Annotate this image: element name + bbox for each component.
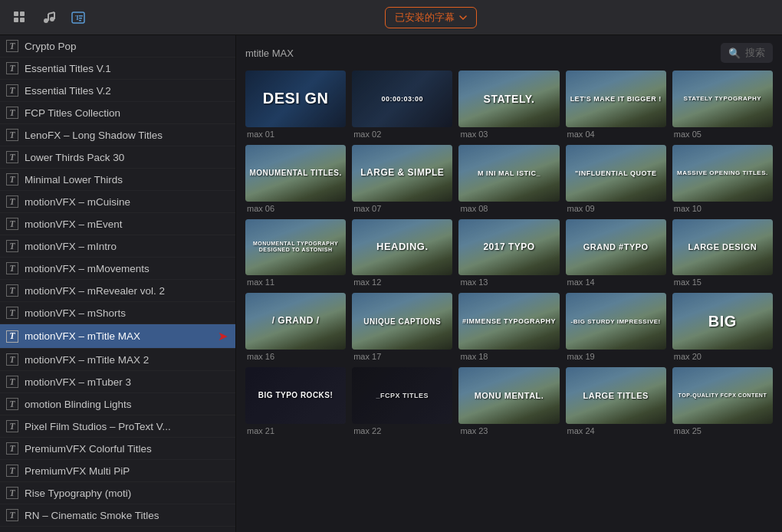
- content-area: mtitle MAX 🔍 搜索 DESI GNmax 0100:00:03:00…: [236, 35, 782, 532]
- sidebar-item-label: motionVFX – mEvent: [25, 218, 123, 230]
- grid-label-24: max 25: [672, 426, 773, 435]
- toolbar-icons: T: [9, 7, 89, 28]
- grid-item-8[interactable]: "INFLUENTIAL QUOTEmax 09: [566, 145, 666, 213]
- installed-dropdown[interactable]: 已安装的字幕: [385, 7, 477, 28]
- grid-label-7: max 08: [458, 204, 559, 213]
- sidebar-item-label: Crypto Pop: [25, 41, 77, 52]
- grid-item-13[interactable]: GRAND #TYPOmax 14: [566, 219, 666, 287]
- sidebar-item-16[interactable]: Tomotion Blinding Lights: [0, 393, 235, 415]
- grid-thumb-1: 00:00:03:00: [352, 71, 452, 127]
- sidebar-item-label: motionVFX – mRevealer vol. 2: [25, 285, 165, 297]
- sidebar-item-8[interactable]: TmotionVFX – mEvent: [0, 213, 235, 235]
- thumb-text-18: -BIG STURDY IMPRESSIVE!: [566, 316, 666, 327]
- grid-thumb-19: BIG: [672, 293, 773, 350]
- sidebar-item-label: motionVFX – mCuisine: [25, 196, 130, 208]
- grid-thumb-6: LARGE & SIMPLE: [352, 145, 452, 202]
- toolbar-icon-music[interactable]: [38, 7, 60, 28]
- grid-item-21[interactable]: _FCPX TITLESmax 22: [352, 367, 452, 435]
- sidebar-item-label: motionVFX – mShorts: [25, 307, 126, 319]
- grid-item-16[interactable]: UNIQUE CAPTIONSmax 17: [352, 293, 452, 361]
- sidebar-item-4[interactable]: TLenoFX – Long Shadow Titles: [0, 124, 235, 146]
- grid-thumb-23: LARGE TITLES: [566, 367, 666, 424]
- sidebar-item-12[interactable]: TmotionVFX – mShorts: [0, 302, 235, 324]
- grid-item-23[interactable]: LARGE TITLESmax 24: [566, 367, 666, 435]
- grid-item-17[interactable]: #IMMENSE TYPOGRAPHYmax 18: [458, 293, 559, 361]
- sidebar-item-0[interactable]: TCrypto Pop: [0, 35, 235, 57]
- grid-thumb-22: MONU MENTAL.: [458, 367, 559, 424]
- grid-label-8: max 09: [566, 204, 666, 213]
- sidebar-item-3[interactable]: TFCP Titles Collection: [0, 102, 235, 124]
- thumb-text-24: TOP-QUALITY FCPX CONTENT: [672, 390, 773, 401]
- grid-item-3[interactable]: LET'S MAKE IT BIGGER !max 04: [566, 71, 666, 139]
- sidebar-item-label: motionVFX – mTitle MAX 2: [25, 354, 149, 366]
- toolbar-icon-text[interactable]: T: [67, 7, 89, 28]
- sidebar-item-label: Essential Titles V.2: [25, 85, 111, 97]
- title-icon: T: [6, 420, 18, 432]
- grid-thumb-11: HEADING.: [352, 219, 452, 276]
- grid-item-5[interactable]: MONUMENTAL TITLES.max 06: [245, 145, 346, 213]
- title-icon: T: [6, 307, 18, 319]
- grid-label-15: max 16: [245, 352, 346, 361]
- sidebar-item-label: motionVFX – mTuber 3: [25, 376, 131, 388]
- title-icon: T: [6, 40, 18, 52]
- grid-thumb-8: "INFLUENTIAL QUOTE: [566, 145, 666, 202]
- sidebar-item-15[interactable]: TmotionVFX – mTuber 3: [0, 371, 235, 393]
- sidebar-item-10[interactable]: TmotionVFX – mMovements: [0, 258, 235, 280]
- sidebar-item-21[interactable]: TRN – Cinematic Smoke Titles: [0, 504, 235, 527]
- sidebar-item-7[interactable]: TmotionVFX – mCuisine: [0, 191, 235, 213]
- thumb-text-4: STATELY TYPOGRAPHY: [672, 93, 773, 104]
- section-title: mtitle MAX: [245, 48, 294, 59]
- sidebar-item-1[interactable]: TEssential Titles V.1: [0, 57, 235, 80]
- grid-thumb-7: M INI MAL ISTIC_: [458, 145, 559, 202]
- toolbar-icon-grid[interactable]: [9, 7, 31, 28]
- sidebar-item-19[interactable]: TPremiumVFX Multi PiP: [0, 460, 235, 482]
- thumb-text-5: MONUMENTAL TITLES.: [245, 166, 346, 180]
- grid-item-11[interactable]: HEADING.max 12: [352, 219, 452, 287]
- grid-label-0: max 01: [245, 130, 346, 139]
- sidebar-item-2[interactable]: TEssential Titles V.2: [0, 80, 235, 102]
- title-icon: T: [6, 195, 18, 208]
- grid-item-1[interactable]: 00:00:03:00max 02: [352, 71, 452, 139]
- svg-rect-2: [14, 18, 18, 22]
- sidebar-item-label: motionVFX – mMovements: [25, 263, 150, 274]
- sidebar-item-label: PremiumVFX Colorful Titles: [25, 443, 152, 455]
- grid-item-4[interactable]: STATELY TYPOGRAPHYmax 05: [672, 71, 773, 139]
- grid-label-20: max 21: [245, 426, 346, 435]
- sidebar-item-11[interactable]: TmotionVFX – mRevealer vol. 2: [0, 280, 235, 302]
- grid-item-10[interactable]: MONUMENTAL TYPOGRAPHY DESIGNED TO ASTONI…: [245, 219, 346, 287]
- grid-label-14: max 15: [672, 277, 773, 287]
- svg-line-8: [48, 12, 54, 14]
- grid-item-14[interactable]: LARGE DESIGNmax 15: [672, 219, 773, 287]
- title-icon: T: [6, 107, 18, 119]
- sidebar-item-18[interactable]: TPremiumVFX Colorful Titles: [0, 438, 235, 460]
- thumb-text-17: #IMMENSE TYPOGRAPHY: [458, 315, 559, 327]
- grid-label-12: max 13: [458, 277, 559, 287]
- grid-item-6[interactable]: LARGE & SIMPLEmax 07: [352, 145, 452, 213]
- title-icon: T: [6, 442, 18, 455]
- grid-item-18[interactable]: -BIG STURDY IMPRESSIVE!max 19: [566, 293, 666, 361]
- grid-thumb-18: -BIG STURDY IMPRESSIVE!: [566, 293, 666, 350]
- sidebar-item-5[interactable]: TLower Thirds Pack 30: [0, 146, 235, 169]
- search-box[interactable]: 🔍 搜索: [721, 43, 773, 63]
- grid-item-24[interactable]: TOP-QUALITY FCPX CONTENTmax 25: [672, 367, 773, 435]
- sidebar-item-20[interactable]: TRise Typography (moti): [0, 482, 235, 504]
- grid-item-12[interactable]: 2017 TYPOmax 13: [458, 219, 559, 287]
- thumb-text-7: M INI MAL ISTIC_: [458, 167, 559, 179]
- grid-item-9[interactable]: MASSIVE OPENING TITLES.max 10: [672, 145, 773, 213]
- sidebar-item-13[interactable]: TmotionVFX – mTitle MAX➤: [0, 324, 235, 349]
- title-icon: T: [6, 398, 18, 410]
- sidebar-item-14[interactable]: TmotionVFX – mTitle MAX 2: [0, 349, 235, 371]
- grid-thumb-13: GRAND #TYPO: [566, 219, 666, 276]
- grid-item-22[interactable]: MONU MENTAL.max 23: [458, 367, 559, 435]
- thumb-text-10: MONUMENTAL TYPOGRAPHY DESIGNED TO ASTONI…: [245, 238, 346, 255]
- sidebar-item-6[interactable]: TMinimal Lower Thirds: [0, 169, 235, 191]
- grid-item-15[interactable]: / GRAND /max 16: [245, 293, 346, 361]
- grid-item-7[interactable]: M INI MAL ISTIC_max 08: [458, 145, 559, 213]
- grid-item-0[interactable]: DESI GNmax 01: [245, 71, 346, 139]
- sidebar-item-17[interactable]: TPixel Film Studios – ProText V...: [0, 415, 235, 438]
- grid-item-19[interactable]: BIGmax 20: [672, 293, 773, 361]
- title-icon: T: [6, 173, 18, 186]
- sidebar-item-9[interactable]: TmotionVFX – mIntro: [0, 235, 235, 258]
- grid-item-20[interactable]: BIG TYPO ROCKS!max 21: [245, 367, 346, 435]
- grid-item-2[interactable]: STATELY.max 03: [458, 71, 559, 139]
